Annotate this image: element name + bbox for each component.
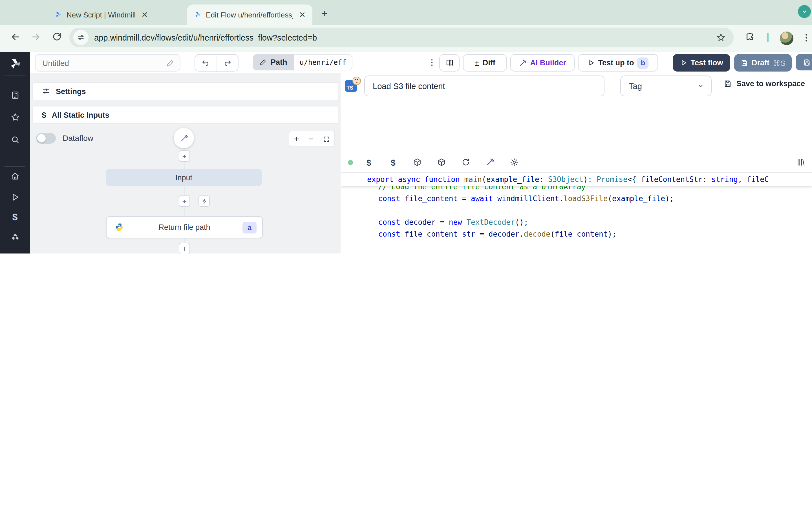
undo-button[interactable] — [195, 55, 217, 71]
pencil-icon — [259, 59, 267, 66]
omnibox[interactable]: app.windmill.dev/flows/edit/u/henri/effo… — [69, 27, 733, 47]
reload-button[interactable] — [52, 32, 62, 42]
wand-icon — [180, 134, 188, 142]
reset-icon-button[interactable] — [461, 158, 470, 167]
browser-chrome: New Script | Windmill ✕ Edit Flow u/henr… — [0, 0, 812, 52]
puzzle-icon — [744, 32, 755, 43]
step-name-input[interactable]: Load S3 file content — [364, 75, 605, 96]
package-icon-button[interactable] — [413, 158, 422, 167]
url-text: app.windmill.dev/flows/edit/u/henri/effo… — [94, 33, 317, 42]
book-icon — [445, 59, 454, 67]
step-editor-panel: TS Load S3 file content Tag Save — [341, 73, 812, 253]
browser-menu-button[interactable] — [801, 32, 811, 44]
browser-tab-2-active[interactable]: Edit Flow u/henri/effortless_fl ✕ — [187, 4, 312, 25]
sidebar-item-favorites[interactable] — [10, 112, 20, 122]
docs-button[interactable] — [439, 54, 460, 71]
path-chip[interactable]: Path u/henri/eff — [253, 54, 352, 70]
diff-button[interactable]: ± Diff — [463, 54, 507, 71]
settings-sliders-icon — [42, 87, 50, 96]
bun-ts-icon: TS — [345, 78, 359, 92]
back-arrow-icon — [10, 32, 21, 42]
flow-toolbar: Untitled Path u/henri/eff ± Diff — [30, 52, 812, 74]
site-info-button[interactable] — [73, 30, 89, 45]
browser-tab-1[interactable]: New Script | Windmill ✕ — [47, 4, 155, 25]
add-trigger-button[interactable] — [199, 195, 210, 207]
extensions-button[interactable] — [744, 32, 755, 43]
bookmark-star-button[interactable] — [716, 33, 726, 42]
step-a-node[interactable]: Return file path a — [106, 216, 263, 238]
tab-close-icon[interactable]: ✕ — [140, 10, 149, 19]
sidebar-item-workspace[interactable] — [10, 91, 20, 100]
tag-select[interactable]: Tag — [620, 75, 712, 96]
profile-avatar[interactable] — [780, 32, 794, 45]
resources-icon-button[interactable]: $ — [391, 158, 396, 167]
lightning-icon — [201, 198, 207, 204]
screen: New Script | Windmill ✕ Edit Flow u/henr… — [0, 0, 812, 253]
package-icon-button[interactable] — [437, 158, 446, 167]
ai-flow-button[interactable] — [174, 128, 194, 148]
toolbar-separator — [767, 33, 769, 42]
back-button[interactable] — [10, 32, 21, 42]
flow-input-node[interactable]: Input — [106, 169, 262, 186]
sidebar-item-home[interactable] — [10, 172, 20, 181]
more-options-button[interactable] — [427, 57, 437, 68]
draft-button[interactable]: Draft ⌘S — [734, 54, 792, 71]
tab-search-button[interactable] — [798, 5, 811, 18]
code-line: const decoder = new TextDecoder(); — [341, 216, 812, 228]
path-label: Path — [271, 58, 287, 66]
path-value: u/henri/eff — [294, 54, 353, 70]
add-step-button[interactable]: + — [179, 195, 190, 207]
tab-title: Edit Flow u/henri/effortless_fl — [206, 10, 293, 19]
editor-settings-icon-button[interactable] — [510, 158, 519, 167]
sidebar-item-runs[interactable] — [10, 192, 20, 202]
sidebar-item-search[interactable] — [10, 135, 20, 145]
code-editor[interactable]: // Load the entire file_content as a Uin… — [341, 173, 812, 253]
reload-icon — [52, 32, 62, 42]
rail-divider — [4, 166, 26, 167]
fullscreen-icon[interactable] — [323, 135, 330, 142]
draft-shortcut: ⌘S — [773, 58, 785, 67]
zoom-in-button[interactable]: + — [294, 134, 299, 144]
save-to-workspace-button[interactable]: Save to workspace — [723, 79, 805, 88]
flow-settings-row[interactable]: Settings — [32, 82, 338, 100]
step-a-label: Return file path — [158, 223, 210, 231]
test-flow-button[interactable]: Test flow — [673, 54, 730, 71]
sidebar-item-resources[interactable] — [10, 233, 20, 243]
test-up-to-button[interactable]: Test up to b — [578, 54, 658, 71]
wand-icon — [519, 59, 527, 67]
variables-icon-button[interactable]: $ — [366, 158, 371, 167]
rail-divider — [4, 75, 26, 75]
code-line — [341, 240, 812, 252]
diff-label: Diff — [483, 59, 495, 67]
graph-zoom-controls: + − — [289, 131, 335, 147]
add-step-button[interactable]: + — [179, 151, 190, 162]
code-line: // Load the file lazily as a Blob — [341, 252, 812, 253]
new-tab-button[interactable]: + — [321, 8, 327, 20]
windmill-logo[interactable] — [8, 56, 22, 71]
forward-button[interactable] — [31, 32, 41, 42]
deploy-button[interactable]: Deploy — [796, 54, 812, 70]
editor-header: TS Load S3 file content Tag Save — [341, 73, 812, 173]
dollar-icon: $ — [42, 110, 46, 119]
status-dot — [348, 158, 353, 165]
flow-name-input[interactable]: Untitled — [35, 54, 181, 71]
ai-assist-icon-button[interactable] — [486, 158, 495, 167]
save-icon — [741, 59, 748, 67]
ai-builder-button[interactable]: AI Builder — [510, 54, 574, 71]
code-lines: // Load the entire file_content as a Uin… — [341, 181, 812, 253]
all-static-inputs-row[interactable]: $ All Static Inputs — [32, 106, 338, 124]
code-line — [341, 205, 812, 216]
windmill-favicon — [54, 11, 62, 18]
redo-button[interactable] — [217, 55, 238, 71]
zoom-out-button[interactable]: − — [308, 134, 314, 144]
library-icon-button[interactable] — [796, 158, 805, 167]
play-icon — [588, 59, 595, 66]
pencil-icon — [166, 59, 174, 67]
tab-close-icon[interactable]: ✕ — [298, 10, 307, 19]
sidebar-item-variables[interactable]: $ — [12, 212, 18, 223]
settings-label: Settings — [56, 87, 86, 96]
chevron-down-icon — [697, 82, 704, 90]
play-icon — [680, 59, 687, 66]
add-step-button[interactable]: + — [179, 243, 190, 253]
dataflow-toggle[interactable] — [36, 133, 56, 144]
